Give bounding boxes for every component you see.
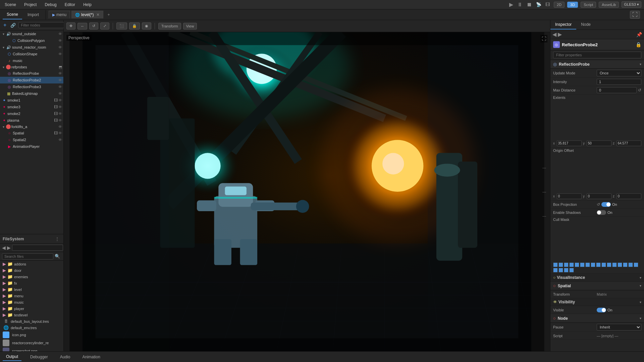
- tab-add-button[interactable]: +: [105, 11, 112, 18]
- fs-item-fx[interactable]: ▶ 📁 fx: [0, 280, 63, 286]
- toggle-track-visible[interactable]: [597, 308, 606, 312]
- link-node-button[interactable]: 🔗: [9, 22, 17, 28]
- tab-level[interactable]: 🌐 level(*) ✕: [71, 11, 103, 18]
- tab-node[interactable]: Node: [576, 20, 595, 29]
- vis-refprobe3[interactable]: 👁: [58, 85, 62, 89]
- cull-cell-14[interactable]: [623, 262, 628, 267]
- filesystem-search-button[interactable]: 🔍: [53, 253, 61, 259]
- play-button[interactable]: ▶: [508, 1, 515, 8]
- menu-debug[interactable]: Debug: [43, 2, 58, 8]
- tree-item-sound-reactor[interactable]: ▾ 🔊 sound_reactor_room 👁: [0, 44, 63, 51]
- transform-button[interactable]: Transform: [158, 23, 181, 29]
- subsection-visual-instance[interactable]: ○ VisualInstance ▾: [550, 274, 644, 282]
- vis-baked-lightmap[interactable]: 👁: [58, 92, 62, 96]
- menu-help[interactable]: Help: [81, 2, 94, 8]
- tab-inspector[interactable]: Inspector: [550, 20, 576, 29]
- fs-item-level[interactable]: ▶ 📁 level: [0, 286, 63, 293]
- cull-cell-1[interactable]: [553, 262, 558, 267]
- input-extents-y[interactable]: [587, 140, 611, 146]
- fs-item-icon[interactable]: icon.png: [0, 331, 63, 339]
- tab-scene[interactable]: Scene: [3, 10, 22, 19]
- tree-item-forklifts[interactable]: ▾ forklifts_a 👁: [0, 124, 63, 130]
- tree-item-smoke2[interactable]: ✦ smoke2 🎞 👁: [0, 110, 63, 117]
- fs-item-reactorcore[interactable]: reactorcorecylinder_re: [0, 339, 63, 347]
- vis-smoke2[interactable]: 👁: [58, 112, 62, 116]
- vis-plasma[interactable]: 👁: [58, 118, 62, 122]
- use-local-space-button[interactable]: ⬛: [116, 22, 127, 29]
- vis-refprobe1[interactable]: 👁: [58, 71, 62, 75]
- filesystem-path-input[interactable]: res://: [12, 245, 63, 251]
- tree-item-smoke1[interactable]: ✦ smoke1 🎞 👁: [0, 97, 63, 104]
- input-origin-y[interactable]: [587, 193, 611, 199]
- cull-cell-3[interactable]: [564, 262, 569, 267]
- scale-tool-button[interactable]: ⤢: [100, 22, 109, 29]
- cull-cell-12[interactable]: [612, 262, 617, 267]
- cull-cell-2[interactable]: [558, 262, 563, 267]
- tree-item-collision-polygon[interactable]: ⬡ CollisionPolygon 👁: [0, 37, 63, 44]
- filter-nodes-input[interactable]: [18, 22, 69, 28]
- cull-cell-11[interactable]: [607, 262, 611, 267]
- select-pause[interactable]: Inherit: [597, 324, 641, 330]
- bottom-tab-output[interactable]: Output: [3, 353, 21, 361]
- snap-button[interactable]: 🔒: [129, 22, 140, 29]
- fs-item-bus-layout[interactable]: 🎚 default_bus_layout.tres: [0, 318, 63, 324]
- cull-cell-6[interactable]: [580, 262, 585, 267]
- filesystem-search-input[interactable]: [2, 253, 53, 259]
- tree-item-collision-shape[interactable]: ⬡ CollisionShape 👁: [0, 51, 63, 57]
- cull-cell-20[interactable]: [569, 268, 574, 273]
- bottom-tab-audio[interactable]: Audio: [57, 353, 74, 361]
- snap-config-button[interactable]: ◉: [142, 22, 151, 29]
- bottom-tab-animation[interactable]: Animation: [79, 353, 103, 361]
- fs-item-default-env[interactable]: 🌐 default_env.tres: [0, 324, 63, 331]
- vis-forklifts[interactable]: 👁: [58, 125, 62, 129]
- fs-forward-button[interactable]: ▶: [7, 245, 11, 250]
- cull-cell-13[interactable]: [618, 262, 622, 267]
- mode-script-button[interactable]: Script: [581, 2, 596, 8]
- section-spatial[interactable]: ○ Spatial ▾: [550, 282, 644, 290]
- input-origin-z[interactable]: [616, 193, 641, 199]
- movie-button[interactable]: 🎞: [544, 1, 551, 8]
- tree-item-baked-lightmap[interactable]: ▦ BakedLightmap 👁: [0, 90, 63, 97]
- tree-item-sound-outside[interactable]: ▾ 🔊 sound_outside 👁: [0, 31, 63, 37]
- viewport-3d[interactable]: Perspective ⛶: [64, 32, 550, 351]
- inspector-history-forward[interactable]: ▶: [558, 31, 562, 38]
- toggle-enable-shadows[interactable]: On: [597, 210, 612, 215]
- tree-item-spatial1[interactable]: ○ Spatial 🎞 👁: [0, 130, 63, 136]
- fs-item-enemies[interactable]: ▶ 📁 enemies: [0, 274, 63, 280]
- refresh-box-projection-icon[interactable]: ↺: [597, 202, 600, 207]
- refprobes-expand[interactable]: ⬒: [59, 65, 62, 69]
- inspector-filter-input[interactable]: [553, 52, 641, 58]
- cull-cell-5[interactable]: [575, 262, 579, 267]
- filesystem-menu-button[interactable]: ⋮: [54, 236, 61, 242]
- debug-button[interactable]: 📡: [535, 1, 543, 8]
- fs-item-addons[interactable]: ▶ 📁 addons: [0, 261, 63, 267]
- cull-cell-4[interactable]: [569, 262, 574, 267]
- vis-sound-reactor[interactable]: 👁: [58, 45, 62, 49]
- vis-spatial1[interactable]: 👁: [58, 131, 62, 135]
- toggle-visible[interactable]: On: [597, 308, 612, 312]
- gles-badge[interactable]: GLES3 ▾: [622, 1, 641, 8]
- menu-editor[interactable]: Editor: [63, 2, 77, 8]
- tree-item-refprobes[interactable]: ▾ refprobes ⬒: [0, 64, 63, 70]
- fs-item-testlevel[interactable]: ▶ 📁 testlevel: [0, 312, 63, 318]
- vis-refprobe2[interactable]: 👁: [58, 78, 62, 82]
- pause-button[interactable]: ⏸: [516, 1, 524, 8]
- cull-cell-17[interactable]: [553, 268, 558, 273]
- tree-item-plasma[interactable]: ✦ plasma 🎞 👁: [0, 117, 63, 124]
- move-tool-button[interactable]: ↔: [77, 23, 87, 29]
- mode-assetlib-button[interactable]: AssetLib: [599, 2, 619, 8]
- tab-menu[interactable]: ▶ menu: [49, 11, 70, 18]
- inspector-history-back[interactable]: ◀: [552, 31, 556, 38]
- refresh-max-distance-icon[interactable]: ↺: [638, 88, 641, 93]
- fs-item-menu[interactable]: ▶ 📁 menu: [0, 293, 63, 299]
- tree-item-refprobe2[interactable]: ◎ ReflectionProbe2 👁: [0, 77, 63, 83]
- vis-smoke3[interactable]: 👁: [58, 105, 62, 109]
- fs-item-player[interactable]: ▶ 📁 player: [0, 305, 63, 312]
- inspector-pin-button[interactable]: 📌: [636, 32, 642, 37]
- bottom-tab-debugger[interactable]: Debugger: [27, 353, 51, 361]
- cull-cell-8[interactable]: [591, 262, 595, 267]
- cull-cell-19[interactable]: [564, 268, 569, 273]
- toggle-box-projection[interactable]: On: [601, 202, 617, 207]
- cull-cell-7[interactable]: [585, 262, 590, 267]
- cull-cell-9[interactable]: [596, 262, 601, 267]
